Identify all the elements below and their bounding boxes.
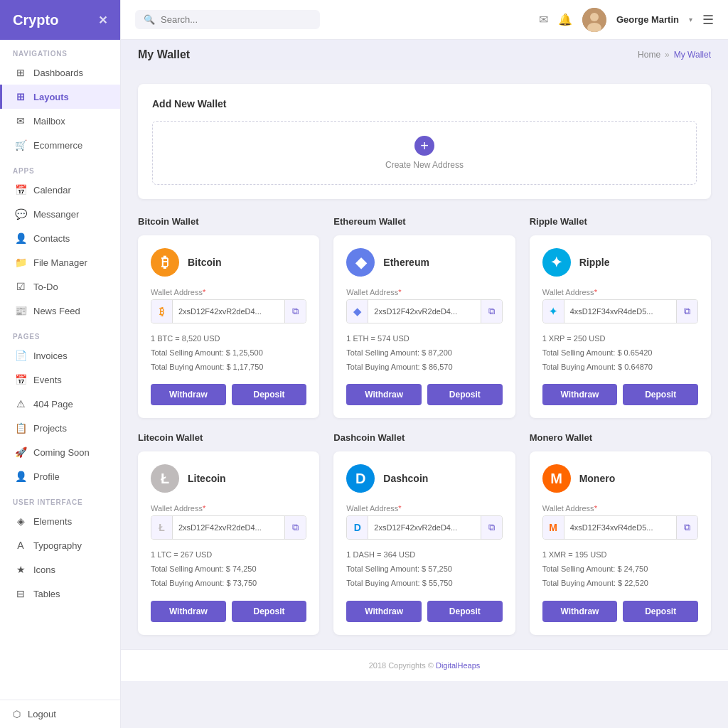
wallet-section-ethereum: Ethereum Wallet ◆ Ethereum Wallet Addres…: [333, 216, 515, 418]
wallet-stats: 1 XMR = 195 USDTotal Selling Amount: $ 2…: [542, 548, 698, 590]
calendar-icon: 📅: [15, 184, 26, 196]
sidebar-section-label: USER INTERFACE: [0, 488, 120, 509]
wallet-address-label: Wallet Address*: [151, 504, 306, 513]
add-wallet-card: Add New Wallet + Create New Address: [138, 84, 711, 199]
wallet-section-title: Litecoin Wallet: [138, 432, 319, 443]
wallet-address-label: Wallet Address*: [542, 288, 698, 296]
wallet-actions: Withdraw Deposit: [151, 384, 306, 405]
sidebar-item-label: Contacts: [33, 233, 70, 244]
sidebar-item-messanger[interactable]: 💬Messanger: [0, 202, 120, 226]
sidebar-item-profile[interactable]: 👤Profile: [0, 464, 120, 488]
search-icon: 🔍: [144, 14, 155, 25]
sidebar-item-label: Coming Soon: [33, 447, 90, 458]
sidebar-item-contacts[interactable]: 👤Contacts: [0, 226, 120, 250]
wallet-coin-row: M Monero: [542, 464, 698, 493]
sidebar-item-404-page[interactable]: ⚠404 Page: [0, 392, 120, 416]
wallet-actions: Withdraw Deposit: [346, 384, 502, 405]
withdraw-button[interactable]: Withdraw: [346, 384, 422, 405]
wallet-stat: Total Selling Amount: $ 0.65420: [542, 346, 698, 360]
create-address-area[interactable]: + Create New Address: [152, 121, 697, 185]
withdraw-button[interactable]: Withdraw: [151, 384, 226, 405]
wallet-address-input: M 4xsD12F34xvR4deD5... ⧉: [542, 515, 698, 540]
deposit-button[interactable]: Deposit: [427, 384, 503, 405]
close-icon[interactable]: ✕: [98, 14, 107, 27]
sidebar: Crypto ✕ NAVIGATIONS⊞Dashboards⊞Layouts✉…: [0, 0, 121, 728]
bell-icon[interactable]: 🔔: [558, 13, 572, 26]
search-input[interactable]: [161, 14, 303, 25]
wallet-section-title: Ripple Wallet: [530, 216, 711, 227]
page-footer: 2018 Copyrights © DigitalHeaps: [121, 649, 728, 681]
to-do-icon: ☑: [15, 281, 26, 292]
sidebar-item-ecommerce[interactable]: 🛒Ecommerce: [0, 133, 120, 157]
copy-icon[interactable]: ⧉: [284, 300, 306, 323]
breadcrumb: My Wallet Home » My Wallet: [121, 40, 728, 70]
deposit-button[interactable]: Deposit: [623, 384, 698, 405]
email-icon[interactable]: ✉: [539, 13, 548, 26]
add-wallet-title: Add New Wallet: [152, 98, 697, 109]
content-inner: Add New Wallet + Create New Address Bitc…: [121, 70, 728, 649]
menu-icon[interactable]: ☰: [702, 12, 714, 28]
wallet-stat: Total Selling Amount: $ 24,750: [542, 562, 698, 577]
wallet-section-title: Bitcoin Wallet: [138, 216, 319, 227]
wallet-stat: Total Buying Amount: $ 55,750: [346, 577, 502, 591]
wallet-grid: Bitcoin Wallet ₿ Bitcoin Wallet Address*…: [138, 216, 711, 635]
deposit-button[interactable]: Deposit: [623, 601, 698, 622]
sidebar-item-invoices[interactable]: 📄Invoices: [0, 343, 120, 368]
sidebar-item-mailbox[interactable]: ✉Mailbox: [0, 109, 120, 133]
footer-link[interactable]: DigitalHeaps: [436, 661, 480, 670]
user-name[interactable]: George Martin: [616, 14, 679, 25]
wallet-address-input: ◆ 2xsD12F42xvR2deD4... ⧉: [346, 299, 502, 323]
search-box[interactable]: 🔍: [135, 10, 320, 29]
sidebar-item-coming-soon[interactable]: 🚀Coming Soon: [0, 440, 120, 464]
file-manager-icon: 📁: [15, 257, 26, 268]
sidebar-item-to-do[interactable]: ☑To-Do: [0, 274, 120, 299]
coin-name: Ripple: [579, 257, 610, 268]
coin-name: Dashcoin: [383, 473, 428, 484]
wallet-address-label: Wallet Address*: [151, 288, 306, 296]
sidebar-item-label: To-Do: [33, 282, 58, 292]
wallet-actions: Withdraw Deposit: [542, 601, 698, 622]
deposit-button[interactable]: Deposit: [232, 384, 307, 405]
wallet-stat: Total Buying Amount: $ 1,17,750: [151, 360, 306, 375]
sidebar-item-label: Elements: [33, 516, 72, 527]
coin-icon: ₿: [151, 248, 179, 277]
wallet-address-input: ₿ 2xsD12F42xvR2deD4... ⧉: [151, 299, 306, 323]
copy-icon[interactable]: ⧉: [676, 516, 697, 539]
breadcrumb-home[interactable]: Home: [638, 50, 660, 60]
addr-coin-icon: D: [347, 516, 368, 539]
deposit-button[interactable]: Deposit: [232, 601, 307, 622]
wallet-stats: 1 ETH = 574 USDTotal Selling Amount: $ 8…: [346, 332, 502, 374]
sidebar-logout[interactable]: ⬡ Logout: [0, 700, 120, 728]
sidebar-item-elements[interactable]: ◈Elements: [0, 509, 120, 533]
sidebar-item-label: Invoices: [33, 350, 68, 361]
copy-icon[interactable]: ⧉: [481, 516, 502, 539]
sidebar-item-file-manager[interactable]: 📁File Manager: [0, 250, 120, 274]
sidebar-item-tables[interactable]: ⊟Tables: [0, 582, 120, 606]
sidebar-item-dashboards[interactable]: ⊞Dashboards: [0, 60, 120, 85]
copy-icon[interactable]: ⧉: [481, 300, 502, 323]
sidebar-item-layouts[interactable]: ⊞Layouts: [0, 85, 120, 109]
avatar[interactable]: [582, 8, 606, 32]
header-right: ✉ 🔔 George Martin ▾ ☰: [539, 8, 714, 32]
sidebar-item-news-feed[interactable]: 📰News Feed: [0, 299, 120, 323]
sidebar-item-icons[interactable]: ★Icons: [0, 557, 120, 582]
copy-icon[interactable]: ⧉: [284, 516, 306, 539]
wallet-address-text: 2xsD12F42xvR2deD4...: [173, 523, 284, 532]
withdraw-button[interactable]: Withdraw: [151, 601, 226, 622]
wallet-card: ✦ Ripple Wallet Address* ✦ 4xsD12F34xvR4…: [530, 235, 711, 418]
wallet-stat: 1 BTC = 8,520 USD: [151, 332, 306, 346]
copy-icon[interactable]: ⧉: [676, 300, 697, 323]
sidebar-item-typography[interactable]: ATypography: [0, 533, 120, 557]
withdraw-button[interactable]: Withdraw: [542, 601, 618, 622]
withdraw-button[interactable]: Withdraw: [542, 384, 618, 405]
coin-icon: D: [346, 464, 375, 493]
wallet-coin-row: Ł Litecoin: [151, 464, 306, 493]
sidebar-item-label: Ecommerce: [33, 140, 82, 151]
sidebar-item-events[interactable]: 📅Events: [0, 368, 120, 392]
withdraw-button[interactable]: Withdraw: [346, 601, 422, 622]
wallet-section-title: Monero Wallet: [530, 432, 711, 443]
wallet-coin-row: ◆ Ethereum: [346, 248, 502, 277]
sidebar-item-projects[interactable]: 📋Projects: [0, 416, 120, 440]
sidebar-item-calendar[interactable]: 📅Calendar: [0, 178, 120, 202]
deposit-button[interactable]: Deposit: [427, 601, 503, 622]
